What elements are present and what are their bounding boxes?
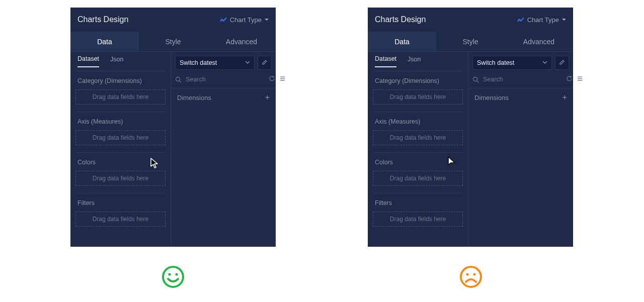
section-colors-label: Colors	[75, 159, 166, 166]
switch-dataset-label: Switch datest	[180, 59, 217, 66]
subtab-dataset[interactable]: Dataset	[375, 55, 396, 67]
svg-line-6	[477, 80, 479, 82]
tab-advanced[interactable]: Advanced	[207, 32, 276, 51]
caret-down-icon	[562, 19, 566, 21]
edit-dataset-button[interactable]	[555, 56, 569, 70]
search-row	[468, 73, 573, 88]
chevron-down-icon	[542, 59, 547, 66]
dimensions-label: Dimensions	[177, 94, 211, 102]
switch-row: Switch datest	[171, 52, 276, 73]
switch-row: Switch datest	[468, 52, 573, 73]
tab-data[interactable]: Data	[70, 32, 139, 51]
subtab-json[interactable]: Json	[110, 56, 123, 67]
panel-good: Charts Design Chart Type Data Style Adva…	[70, 8, 276, 247]
section-category: Category (Dimensions) Drag data fields h…	[373, 71, 463, 112]
svg-line-1	[180, 80, 182, 82]
subtab-json[interactable]: Json	[408, 56, 421, 67]
panel-bad: Charts Design Chart Type Data Style Adva…	[368, 8, 573, 247]
tab-style[interactable]: Style	[436, 32, 505, 51]
section-category-label: Category (Dimensions)	[373, 77, 463, 84]
section-axis: Axis (Measures) Drag data fields here	[75, 112, 166, 152]
dimensions-row: Dimensions +	[468, 88, 573, 107]
section-axis: Axis (Measures) Drag data fields here	[373, 112, 463, 152]
refresh-icon[interactable]	[566, 75, 573, 83]
section-filters-label: Filters	[75, 199, 166, 207]
dropzone-category[interactable]: Drag data fields here	[75, 89, 166, 105]
edit-dataset-button[interactable]	[258, 56, 272, 70]
chart-type-dropdown[interactable]: Chart Type	[517, 16, 566, 24]
fields-column: Dataset Json Category (Dimensions) Drag …	[70, 52, 171, 247]
section-axis-label: Axis (Measures)	[373, 118, 463, 125]
section-filters: Filters Drag data fields here	[75, 193, 166, 234]
search-icon	[175, 76, 182, 83]
section-filters: Filters Drag data fields here	[373, 193, 463, 234]
svg-point-10	[163, 267, 183, 287]
svg-point-13	[461, 267, 481, 287]
section-category: Category (Dimensions) Drag data fields h…	[75, 71, 166, 112]
sub-tabs: Dataset Json	[75, 52, 166, 71]
switch-dataset-select[interactable]: Switch datest	[175, 56, 255, 70]
edit-icon	[559, 59, 565, 67]
dataset-column: Switch datest	[171, 52, 276, 247]
section-colors-label: Colors	[373, 159, 463, 166]
svg-point-0	[176, 77, 180, 81]
fields-column: Dataset Json Category (Dimensions) Drag …	[368, 52, 468, 247]
switch-dataset-label: Switch datest	[477, 59, 514, 66]
search-input[interactable]	[482, 74, 563, 85]
chart-type-label: Chart Type	[527, 16, 559, 24]
chart-type-label: Chart Type	[230, 16, 262, 24]
main-tabs: Data Style Advanced	[70, 32, 276, 52]
dropzone-colors[interactable]: Drag data fields here	[75, 171, 166, 186]
tab-style[interactable]: Style	[139, 32, 207, 51]
section-colors: Colors Drag data fields here	[373, 152, 463, 193]
chart-line-icon	[220, 17, 227, 23]
switch-dataset-select[interactable]: Switch datest	[472, 56, 552, 70]
tab-advanced[interactable]: Advanced	[505, 32, 573, 51]
add-dimension-button[interactable]: +	[562, 93, 567, 102]
chevron-down-icon	[245, 59, 250, 66]
dataset-column: Switch datest	[468, 52, 573, 247]
list-icon[interactable]	[577, 75, 583, 83]
tab-data[interactable]: Data	[368, 32, 436, 51]
panel-title: Charts Design	[77, 15, 128, 24]
refresh-icon[interactable]	[269, 75, 275, 83]
dropzone-colors[interactable]: Drag data fields here	[373, 171, 463, 186]
section-colors: Colors Drag data fields here	[75, 152, 166, 193]
panel-header: Charts Design Chart Type	[368, 8, 573, 32]
svg-point-12	[175, 273, 178, 275]
main-tabs: Data Style Advanced	[368, 32, 573, 52]
section-axis-label: Axis (Measures)	[75, 118, 166, 125]
search-icon	[472, 76, 479, 83]
dropzone-filters[interactable]: Drag data fields here	[373, 212, 463, 227]
dropzone-axis[interactable]: Drag data fields here	[75, 130, 166, 145]
list-icon[interactable]	[279, 75, 286, 83]
panel-header: Charts Design Chart Type	[70, 8, 276, 32]
panel-body: Dataset Json Category (Dimensions) Drag …	[70, 52, 276, 247]
add-dimension-button[interactable]: +	[265, 93, 270, 102]
panel-title: Charts Design	[375, 15, 426, 24]
panel-body: Dataset Json Category (Dimensions) Drag …	[368, 52, 573, 247]
search-input[interactable]	[185, 74, 266, 85]
sub-tabs: Dataset Json	[373, 52, 463, 71]
dimensions-label: Dimensions	[474, 94, 509, 102]
section-filters-label: Filters	[373, 199, 463, 207]
svg-point-15	[473, 273, 475, 275]
dimensions-row: Dimensions +	[171, 88, 276, 107]
chart-type-dropdown[interactable]: Chart Type	[220, 16, 269, 24]
svg-point-11	[168, 273, 171, 275]
dropzone-category[interactable]: Drag data fields here	[373, 89, 463, 105]
dropzone-filters[interactable]: Drag data fields here	[75, 212, 166, 227]
dropzone-axis[interactable]: Drag data fields here	[373, 130, 463, 145]
search-row	[171, 73, 276, 88]
svg-point-14	[466, 273, 468, 275]
edit-icon	[262, 59, 268, 67]
svg-point-5	[473, 77, 477, 81]
frown-icon	[459, 265, 483, 289]
caret-down-icon	[265, 19, 269, 21]
subtab-dataset[interactable]: Dataset	[77, 55, 99, 67]
smile-icon	[161, 265, 185, 289]
section-category-label: Category (Dimensions)	[75, 77, 166, 84]
chart-line-icon	[517, 17, 524, 23]
